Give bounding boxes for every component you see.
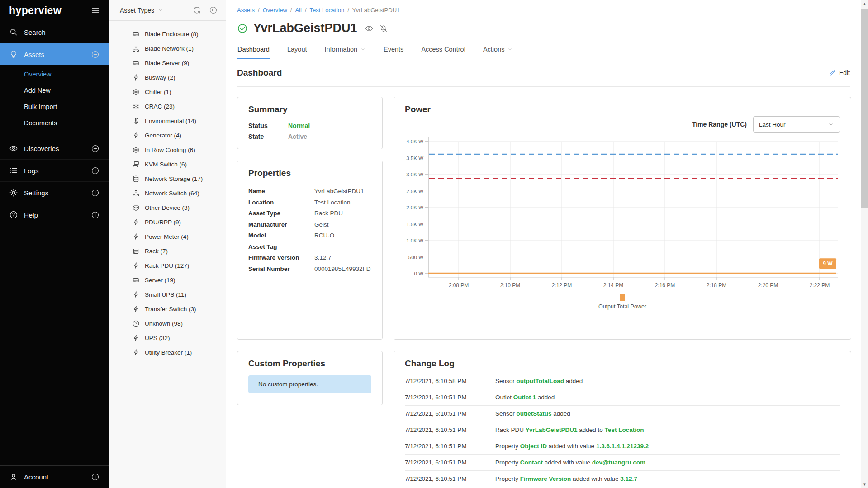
- sidebar-item-discoveries[interactable]: Discoveries: [0, 137, 109, 159]
- asset-types-list: Blade Enclosure (8)Blade Network (1)Blad…: [109, 21, 226, 365]
- vertical-scrollbar[interactable]: ▲ ▼: [861, 0, 868, 488]
- summary-card-title: Summary: [248, 104, 371, 114]
- asset-type-item-network-storage[interactable]: Network Storage (17): [109, 171, 226, 186]
- breadcrumb-link-overview[interactable]: Overview: [263, 7, 287, 14]
- asset-type-item-transfer-switch[interactable]: Transfer Switch (3): [109, 302, 226, 316]
- expand-plus-circle-icon[interactable]: [91, 211, 100, 219]
- chevron-down-icon[interactable]: [158, 7, 164, 13]
- asset-title-row: YvrLabGeistPDU1: [237, 21, 850, 35]
- sidebar-item-assets[interactable]: Assets: [0, 43, 109, 65]
- tab-layout[interactable]: Layout: [287, 46, 308, 59]
- sidebar-subitem-overview[interactable]: Overview: [0, 66, 109, 82]
- asset-type-item-network-switch[interactable]: Network Switch (64): [109, 186, 226, 200]
- tab-dashboard[interactable]: Dashboard: [237, 46, 270, 59]
- change-log-text: Property: [495, 443, 520, 450]
- sidebar-subitem-bulk-import[interactable]: Bulk Import: [0, 99, 109, 115]
- sidebar-subitem-add-new[interactable]: Add New: [0, 82, 109, 99]
- svg-text:4.0K W: 4.0K W: [406, 139, 423, 144]
- sidebar-item-label: Logs: [24, 167, 39, 175]
- power-card-title: Power: [405, 104, 840, 114]
- expand-plus-circle-icon[interactable]: [91, 144, 100, 153]
- sidebar-item-logs[interactable]: Logs: [0, 159, 109, 181]
- pencil-icon: [829, 69, 836, 76]
- scrollbar-up-arrow[interactable]: ▲: [861, 0, 868, 7]
- sidebar-item-help[interactable]: Help: [0, 204, 109, 226]
- asset-type-item-server[interactable]: Server (19): [109, 273, 226, 287]
- plus-circle-icon[interactable]: [91, 473, 100, 481]
- asset-type-item-environmental[interactable]: Environmental (14): [109, 114, 226, 128]
- asset-type-label: KVM Switch (6): [145, 161, 187, 168]
- expand-plus-circle-icon[interactable]: [91, 166, 100, 175]
- sidebar-item-search[interactable]: Search: [0, 21, 109, 43]
- bulb-icon: [9, 50, 18, 59]
- sidebar-item-settings[interactable]: Settings: [0, 181, 109, 204]
- svg-text:3.5K W: 3.5K W: [406, 156, 423, 161]
- change-log-text: added: [552, 410, 570, 417]
- asset-type-item-unknown[interactable]: Unknown (98): [109, 316, 226, 331]
- change-log-highlight: Test Location: [605, 426, 644, 433]
- search-icon: [9, 28, 18, 37]
- sidebar-subitem-documents[interactable]: Documents: [0, 115, 109, 131]
- watch-eye-icon[interactable]: [365, 24, 374, 33]
- change-log-text: Rack PDU: [495, 426, 526, 433]
- bell-slash-icon[interactable]: [379, 24, 388, 33]
- asset-type-item-generator[interactable]: Generator (4): [109, 128, 226, 142]
- sidebar-item-label: Discoveries: [24, 145, 59, 152]
- summary-label: State: [248, 131, 288, 142]
- change-log-highlight: outletStatus: [517, 410, 552, 417]
- asset-type-item-busway[interactable]: Busway (2): [109, 70, 226, 85]
- asset-type-item-chiller[interactable]: Chiller (1): [109, 85, 226, 99]
- change-log-timestamp: 7/12/2021, 6:10:51 PM: [405, 410, 495, 417]
- asset-type-label: In Row Cooling (6): [145, 147, 195, 153]
- asset-type-item-kvm-switch[interactable]: KVM Switch (6): [109, 157, 226, 171]
- asset-type-item-rack-pdu[interactable]: Rack PDU (127): [109, 258, 226, 273]
- sidebar-item-account[interactable]: Account: [0, 466, 109, 488]
- section-title: Dashboard: [237, 68, 282, 78]
- breadcrumb-link-assets[interactable]: Assets: [237, 7, 255, 14]
- svg-text:2:12 PM: 2:12 PM: [552, 282, 572, 289]
- edit-button[interactable]: Edit: [829, 69, 850, 76]
- summary-row-status: StatusNormal: [248, 120, 371, 131]
- asset-type-item-crac[interactable]: CRAC (23): [109, 99, 226, 114]
- asset-type-item-utility-breaker[interactable]: Utility Breaker (1): [109, 345, 226, 360]
- asset-type-item-pdu-rpp[interactable]: PDU/RPP (9): [109, 215, 226, 229]
- change-log-text: Property: [495, 475, 520, 482]
- asset-type-item-rack[interactable]: Rack (7): [109, 244, 226, 258]
- scrollbar-thumb[interactable]: [861, 9, 868, 208]
- app: hyperview SearchAssetsOverviewAdd NewBul…: [0, 0, 868, 488]
- time-range-select[interactable]: Last Hour: [753, 116, 840, 133]
- chart-legend[interactable]: Output Total Power: [405, 294, 840, 310]
- asset-type-item-in-row-cooling[interactable]: In Row Cooling (6): [109, 142, 226, 157]
- asset-type-item-blade-network[interactable]: Blade Network (1): [109, 41, 226, 56]
- tab-label: Events: [384, 46, 403, 53]
- asset-type-item-other-device[interactable]: Other Device (3): [109, 200, 226, 215]
- summary-rows: StatusNormalStateActive: [248, 120, 371, 142]
- asset-type-item-blade-enclosure[interactable]: Blade Enclosure (8): [109, 27, 226, 41]
- change-log-text: added: [536, 394, 555, 401]
- tab-access-control[interactable]: Access Control: [421, 46, 466, 59]
- tab-actions[interactable]: Actions: [483, 46, 514, 59]
- sidebar-item-label: Account: [24, 473, 48, 481]
- crac-icon: [132, 103, 140, 110]
- property-label: Manufacturer: [248, 219, 314, 231]
- breadcrumb-link-all[interactable]: All: [295, 7, 301, 14]
- tab-information[interactable]: Information: [324, 46, 366, 59]
- collapse-minus-circle-icon[interactable]: [91, 50, 100, 59]
- property-value: Rack PDU: [314, 208, 343, 219]
- asset-type-item-small-ups[interactable]: Small UPS (11): [109, 287, 226, 302]
- change-log-highlight: 3.12.7: [620, 475, 637, 482]
- refresh-icon[interactable]: [193, 6, 201, 14]
- asset-type-item-ups[interactable]: UPS (32): [109, 331, 226, 345]
- tab-events[interactable]: Events: [383, 46, 404, 59]
- back-circle-icon[interactable]: [209, 6, 218, 14]
- hamburger-menu-icon[interactable]: [90, 5, 100, 15]
- expand-plus-circle-icon[interactable]: [91, 189, 100, 197]
- scrollbar-down-arrow[interactable]: ▼: [861, 481, 868, 488]
- asset-type-item-power-meter[interactable]: Power Meter (4): [109, 229, 226, 244]
- chiller-icon: [132, 88, 140, 96]
- summary-row-state: StateActive: [248, 131, 371, 142]
- asset-type-item-blade-server[interactable]: Blade Server (9): [109, 56, 226, 70]
- change-log-row: 7/12/2021, 6:10:51 PMSensor outletStatus…: [405, 406, 840, 422]
- breadcrumb-link-test-location[interactable]: Test Location: [310, 7, 345, 14]
- legend-swatch-output-total-power: [620, 294, 625, 301]
